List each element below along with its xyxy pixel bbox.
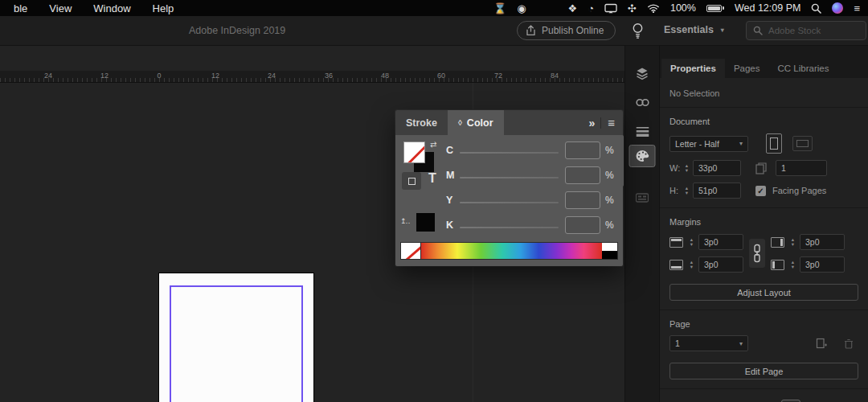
magenta-slider[interactable] [460, 177, 559, 178]
current-page-select[interactable]: 1 ▾ [669, 335, 748, 351]
white-black-swatches[interactable] [602, 242, 618, 260]
color-panel-icon[interactable] [629, 145, 656, 167]
bottom-margin-input[interactable] [698, 256, 743, 273]
top-margin-stepper[interactable]: ▴▾ [687, 234, 696, 250]
lightbulb-icon[interactable] [632, 22, 644, 39]
page-size-select[interactable]: Letter - Half ▾ [669, 136, 748, 152]
menu-item-view[interactable]: View [49, 2, 72, 14]
step-down-icon[interactable]: ▾ [792, 265, 794, 269]
airplay-display-icon[interactable] [604, 3, 617, 14]
bottom-margin-stepper[interactable]: ▴▾ [687, 256, 696, 273]
inside-margin-icon [771, 237, 784, 248]
tab-pages[interactable]: Pages [725, 59, 769, 78]
black-swatch[interactable] [602, 251, 617, 259]
pages-panel-icon[interactable] [629, 62, 656, 84]
menu-item-table[interactable]: ble [14, 2, 27, 14]
spectrum-ramp[interactable] [421, 242, 602, 260]
section-divider [660, 310, 868, 310]
percent-label: % [605, 219, 614, 231]
height-input[interactable] [693, 183, 741, 199]
publish-online-button[interactable]: Publish Online [517, 21, 616, 40]
portrait-orientation-button[interactable] [766, 133, 782, 154]
cyan-slider[interactable] [460, 152, 559, 154]
outside-margin-row: ▴▾ [771, 256, 845, 273]
collapse-panel-icon[interactable]: » [588, 117, 594, 129]
ruler-tick-label: 72 [494, 72, 502, 80]
width-stepper[interactable]: ▴▾ [682, 160, 691, 176]
page-count-input[interactable] [776, 160, 827, 176]
dock-scrollbar[interactable] [620, 135, 624, 187]
top-margin-input[interactable] [698, 234, 743, 250]
selection-status: No Selection [669, 88, 858, 98]
percent-label: % [605, 195, 614, 206]
fan-icon[interactable]: ✣ [628, 3, 637, 14]
delete-page-icon[interactable] [844, 338, 854, 349]
page-count-group [755, 160, 827, 176]
outside-margin-stepper[interactable]: ▴▾ [788, 256, 797, 273]
siri-icon[interactable] [832, 2, 843, 14]
tab-properties[interactable]: Properties [661, 59, 725, 78]
menubar-status-area: ⌛ ◉ ❖ ◔ ✣ 100% Wed 12:09 PM ≡ [493, 2, 868, 14]
sync-icon[interactable]: ◔ [588, 3, 594, 14]
panel-toggle-icon: ◊ [458, 118, 462, 127]
wifi-icon[interactable] [647, 3, 660, 13]
step-down-icon[interactable]: ▾ [686, 191, 688, 195]
cc-libraries-panel-icon[interactable] [629, 187, 656, 209]
inside-margin-stepper[interactable]: ▴▾ [788, 234, 797, 250]
step-down-icon[interactable]: ▾ [690, 242, 693, 247]
ruler-tick-label: 60 [437, 72, 445, 80]
lens-icon[interactable]: ◉ [517, 3, 526, 14]
panel-menu-icon[interactable]: ≡ [608, 116, 615, 129]
workspace-switcher[interactable]: Essentials ▾ [664, 24, 724, 35]
step-down-icon[interactable]: ▾ [690, 265, 693, 269]
white-swatch[interactable] [602, 243, 617, 251]
add-page-icon[interactable] [816, 338, 827, 349]
black-value-input[interactable] [565, 216, 600, 234]
step-down-icon[interactable]: ▾ [792, 242, 794, 247]
menu-item-window[interactable]: Window [93, 2, 130, 14]
stroke-panel-icon[interactable] [629, 120, 656, 142]
cyan-value-input[interactable] [565, 142, 600, 159]
facing-pages-checkbox[interactable]: ✓ [755, 186, 766, 196]
page-action-icons [816, 338, 858, 349]
dropbox-icon[interactable]: ❖ [568, 3, 578, 14]
menu-item-help[interactable]: Help [153, 2, 174, 14]
notification-center-icon[interactable]: ≡ [854, 3, 860, 14]
links-panel-icon[interactable] [629, 91, 656, 113]
magenta-value-input[interactable] [565, 166, 600, 184]
width-input[interactable] [693, 160, 741, 176]
percent-label: % [605, 145, 614, 156]
black-slider[interactable] [460, 227, 559, 228]
properties-panel-tabs: Properties Pages CC Libraries [660, 46, 868, 78]
color-spectrum-bar[interactable] [400, 242, 618, 260]
outside-margin-input[interactable] [800, 256, 845, 273]
spotlight-search-icon[interactable] [811, 3, 821, 14]
yellow-slider[interactable] [460, 202, 559, 203]
tab-cc-libraries[interactable]: CC Libraries [769, 59, 838, 78]
document-page[interactable] [158, 273, 314, 402]
adobe-stock-search[interactable] [746, 21, 866, 40]
menubar-clock[interactable]: Wed 12:09 PM [735, 2, 800, 14]
ruler-tick-label: 12 [211, 72, 219, 80]
stock-search-input[interactable] [768, 26, 849, 35]
black-label: K [446, 219, 453, 231]
step-down-icon[interactable]: ▾ [686, 168, 688, 173]
color-panel-header[interactable]: Stroke ◊ Color » ≡ [395, 110, 623, 135]
pages-count-icon [755, 162, 768, 174]
link-margins-toggle[interactable] [749, 239, 765, 268]
inside-margin-input[interactable] [800, 234, 845, 250]
edit-page-button[interactable]: Edit Page [669, 363, 858, 379]
adjust-layout-button[interactable]: Adjust Layout [669, 284, 858, 301]
none-color-swatch[interactable] [400, 242, 421, 260]
fill-swatch-none[interactable] [403, 142, 425, 163]
tab-stroke[interactable]: Stroke [395, 110, 448, 135]
landscape-orientation-button[interactable] [792, 136, 813, 151]
bottom-margin-icon [669, 260, 683, 270]
yellow-label: Y [446, 195, 452, 206]
battery-icon[interactable] [706, 5, 724, 12]
yellow-value-input[interactable] [565, 191, 600, 209]
horizontal-ruler[interactable]: 24 12 0 12 24 36 48 60 72 84 [0, 71, 624, 83]
tab-color[interactable]: ◊ Color [448, 110, 504, 135]
utility-icon[interactable]: ⌛ [493, 3, 506, 14]
height-stepper[interactable]: ▴▾ [682, 183, 691, 199]
